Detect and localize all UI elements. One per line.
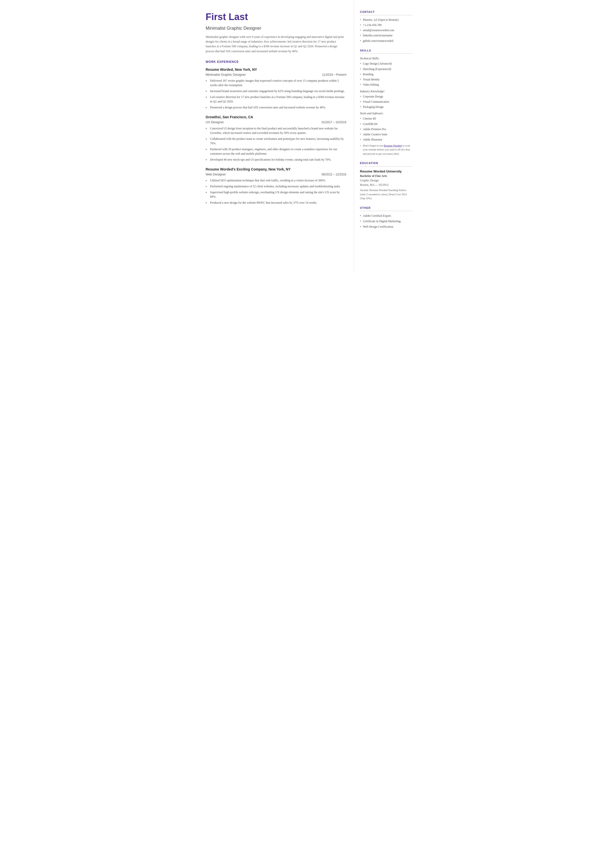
skills-section: SKILLS Technical Skills: Logo Design (Ad… [360, 48, 412, 156]
education-block: Resume Worded University Bachelor of Fin… [360, 169, 412, 200]
list-item: +1-234-456-789 [360, 23, 412, 27]
list-item: Visual Communication [360, 100, 412, 104]
tools-list: Cinema 4D CorelDRAW Adobe Premiere Pro A… [360, 116, 412, 142]
list-item: Adobe Illustrator [360, 138, 412, 142]
list-item: Sketching (Experienced) [360, 67, 412, 71]
job-dates-3: 06/2012 – 12/2016 [321, 172, 346, 177]
job-dates-2: 01/2017 – 10/2019 [321, 120, 346, 124]
list-item: Video Editing [360, 83, 412, 87]
list-item: Web Design Certification. [360, 224, 412, 229]
job-title-row-1: Minimalist Graphic Designer 11/2019 – Pr… [206, 72, 346, 77]
job-block-2: Growthsi, San Francisco, CA UX Designer … [206, 115, 346, 162]
skills-heading: SKILLS [360, 48, 412, 54]
job-dates-1: 11/2019 – Present [322, 73, 346, 77]
list-item: Performed ongoing maintenance of 52 clie… [206, 184, 346, 189]
education-section: EDUCATION Resume Worded University Bache… [360, 161, 412, 200]
list-item: Certificate in Digital Marketing. [360, 219, 412, 224]
list-item: Cinema 4D [360, 116, 412, 121]
job-title-row-3: Web Designer 06/2012 – 12/2016 [206, 172, 346, 177]
summary-text: Minimalist graphic designer with over 9 … [206, 35, 346, 54]
list-item: Phoenix, AZ (Open to Remote) [360, 18, 412, 22]
right-column: CONTACT Phoenix, AZ (Open to Remote) +1-… [354, 0, 419, 272]
list-item: CorelDRAW [360, 122, 412, 126]
contact-heading: CONTACT [360, 10, 412, 16]
candidate-title: Minimalist Graphic Designer [206, 25, 346, 32]
job-company-2: Growthsi, San Francisco, CA [206, 115, 346, 120]
job-block-3: Resume Worded's Exciting Company, New Yo… [206, 167, 346, 205]
list-item: Pioneered a design process that had 10X … [206, 105, 346, 110]
industry-skills-list: Corporate Design Visual Communication Pa… [360, 95, 412, 109]
list-item: linkedin.com/in/username [360, 33, 412, 37]
job-role-1: Minimalist Graphic Designer [206, 72, 246, 77]
list-item: Partnered with 29 product managers, engi… [206, 147, 346, 156]
job-bullets-2: Conceived UI design from inception to th… [206, 126, 346, 162]
other-heading: OTHER [360, 206, 412, 211]
technical-skills-label: Technical Skills: [360, 56, 412, 61]
other-list: Adobe Certified Expert. Certificate in D… [360, 214, 412, 229]
edu-date: Boston, MA — 05/2012 [360, 183, 412, 187]
left-column: First Last Minimalist Graphic Designer M… [196, 0, 354, 272]
edu-awards: Awards: Resume Worded Teaching Fellow (o… [360, 188, 412, 200]
job-title-row-2: UX Designer 01/2017 – 10/2019 [206, 120, 346, 125]
job-company-1: Resume Worded, New York, NY [206, 67, 346, 72]
list-item: Developed 46 new mock-ups and UI specifi… [206, 157, 346, 162]
list-item: Logo Design (Advanced) [360, 62, 412, 66]
work-experience-heading: WORK EXPERIENCE [206, 60, 346, 64]
list-item: github.com/resumeworded [360, 39, 412, 43]
list-item: Visual Identity [360, 78, 412, 82]
list-item: email@resumeworded.com [360, 28, 412, 33]
job-company-3: Resume Worded's Exciting Company, New Yo… [206, 167, 346, 172]
list-item: Adobe Certified Expert. [360, 214, 412, 218]
promo-text: Don't forget to use Resume Worded to sca… [360, 143, 412, 156]
job-role-3: Web Designer [206, 172, 226, 177]
list-item: Supervised high-profile website redesign… [206, 190, 346, 199]
job-role-2: UX Designer [206, 120, 224, 125]
list-item: Delivered 187 vector graphic images that… [206, 78, 346, 87]
education-heading: EDUCATION [360, 161, 412, 166]
resume-worded-link[interactable]: Resume Worded [384, 144, 402, 147]
list-item: Increased brand awareness and customer e… [206, 89, 346, 93]
tools-label: Tools and Software: [360, 111, 412, 116]
list-item: Adobe Premiere Pro [360, 127, 412, 131]
list-item: Collaborated with the product team to cr… [206, 137, 346, 146]
job-bullets-1: Delivered 187 vector graphic images that… [206, 78, 346, 110]
industry-knowledge-label: Industry Knowledge: [360, 89, 412, 93]
list-item: Corporate Design [360, 95, 412, 99]
job-block-1: Resume Worded, New York, NY Minimalist G… [206, 67, 346, 110]
job-bullets-3: Utilized SEO optimization technique that… [206, 178, 346, 205]
list-item: Led creative direction for 17 new produc… [206, 95, 346, 104]
candidate-name: First Last [206, 10, 346, 24]
edu-field: Graphic Design [360, 178, 412, 183]
contact-section: CONTACT Phoenix, AZ (Open to Remote) +1-… [360, 10, 412, 43]
technical-skills-list: Logo Design (Advanced) Sketching (Experi… [360, 62, 412, 87]
other-section: OTHER Adobe Certified Expert. Certificat… [360, 206, 412, 229]
list-item: Utilized SEO optimization technique that… [206, 178, 346, 183]
list-item: Branding [360, 72, 412, 76]
list-item: Conceived UI design from inception to th… [206, 126, 346, 135]
edu-degree: Bachelor of Fine Arts [360, 174, 412, 178]
contact-list: Phoenix, AZ (Open to Remote) +1-234-456-… [360, 18, 412, 43]
edu-institution: Resume Worded University [360, 169, 412, 174]
list-item: Produced a new design for the website RW… [206, 200, 346, 205]
list-item: Adobe Creative Suite [360, 132, 412, 137]
list-item: Packaging Design [360, 105, 412, 109]
